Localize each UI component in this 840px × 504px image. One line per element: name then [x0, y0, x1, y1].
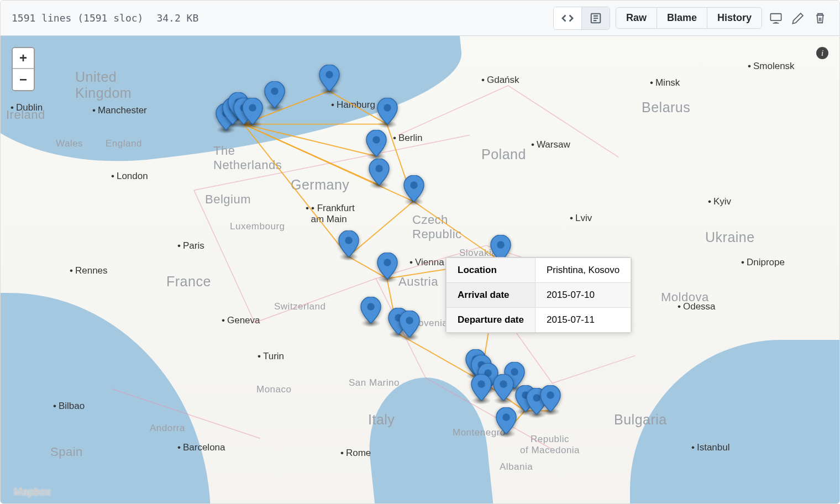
svg-rect-4	[770, 13, 781, 20]
svg-point-55	[477, 380, 485, 388]
popup-label: Departure date	[447, 308, 536, 333]
popup-value: Prishtina, Kosovo	[535, 258, 631, 283]
svg-point-41	[326, 71, 333, 78]
map-marker[interactable]	[369, 159, 390, 185]
file-toolbar: 1591 lines (1591 sloc) 34.2 KB Raw Blame…	[1, 1, 839, 36]
svg-point-51	[497, 241, 505, 249]
svg-point-40	[271, 87, 279, 95]
map-marker[interactable]	[377, 253, 398, 279]
map-attribution: Mapbox	[14, 486, 51, 498]
svg-point-47	[384, 259, 391, 266]
svg-point-43	[372, 136, 380, 144]
map-marker[interactable]	[403, 175, 424, 202]
popup-table: LocationPrishtina, Kosovo Arrival date20…	[446, 258, 631, 333]
source-view-button[interactable]	[554, 7, 582, 29]
blame-button[interactable]: Blame	[657, 8, 707, 28]
map-marker[interactable]	[242, 98, 263, 124]
marker-popup: LocationPrishtina, Kosovo Arrival date20…	[445, 257, 632, 333]
map-marker[interactable]	[399, 311, 420, 337]
map-marker[interactable]	[360, 297, 381, 323]
desktop-icon[interactable]	[768, 10, 784, 27]
svg-point-48	[367, 303, 375, 311]
map-marker[interactable]	[319, 65, 340, 91]
svg-point-50	[406, 317, 413, 324]
map-marker[interactable]	[338, 230, 359, 257]
svg-point-59	[533, 394, 540, 402]
file-size: 34.2 KB	[156, 12, 198, 24]
zoom-control: + −	[12, 47, 35, 91]
svg-point-57	[500, 380, 507, 388]
raw-button[interactable]: Raw	[616, 8, 657, 28]
info-button[interactable]: i	[816, 47, 828, 59]
svg-point-39	[249, 104, 256, 112]
svg-point-60	[547, 391, 554, 399]
rendered-view-button[interactable]	[582, 7, 610, 29]
map-marker[interactable]	[264, 81, 285, 108]
history-button[interactable]: History	[707, 8, 762, 28]
line-count: 1591 lines (1591 sloc)	[12, 12, 143, 24]
popup-value: 2015-07-10	[535, 283, 631, 308]
svg-point-44	[375, 165, 383, 172]
zoom-in-button[interactable]: +	[13, 48, 34, 69]
trash-icon[interactable]	[812, 10, 828, 27]
svg-point-42	[384, 104, 391, 112]
map-marker[interactable]	[471, 374, 492, 401]
popup-label: Location	[447, 258, 536, 283]
view-mode-group	[553, 7, 610, 30]
map-marker[interactable]	[366, 130, 387, 156]
svg-point-61	[502, 413, 510, 421]
map-marker[interactable]	[540, 385, 561, 412]
svg-point-45	[410, 181, 418, 189]
action-group: Raw Blame History	[616, 7, 762, 29]
svg-point-46	[345, 237, 353, 244]
map-marker[interactable]	[377, 98, 398, 124]
popup-label: Arrival date	[447, 283, 536, 308]
map-viewport[interactable]: + − i Mapbox LocationPrishtina, Kosovo A…	[1, 36, 839, 503]
map-marker[interactable]	[496, 407, 517, 434]
map-marker[interactable]	[493, 374, 514, 401]
edit-icon[interactable]	[790, 10, 806, 27]
popup-value: 2015-07-11	[535, 308, 631, 333]
zoom-out-button[interactable]: −	[13, 69, 34, 90]
